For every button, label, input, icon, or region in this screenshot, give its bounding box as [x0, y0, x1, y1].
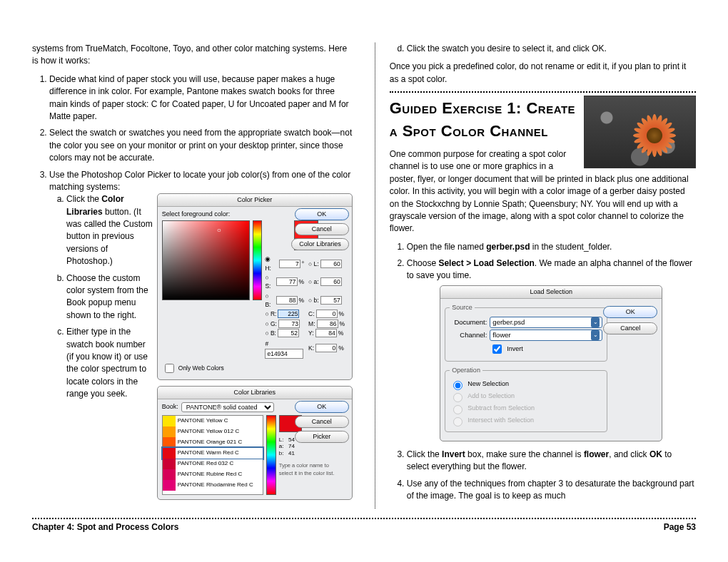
color-picker-figure: Color Picker Select foreground color: OK…	[157, 193, 353, 379]
sub-steps: Color Picker Select foreground color: OK…	[49, 193, 353, 400]
book-select[interactable]: PANTONE® solid coated	[181, 402, 274, 412]
Bv-input[interactable]	[278, 329, 299, 337]
gerber-daisy-image	[584, 96, 696, 168]
clib-cancel-button[interactable]: Cancel	[295, 416, 349, 428]
only-web-colors-label: Only Web Colors	[178, 364, 224, 372]
ex-step-4: Use any of the techniques from chapter 3…	[407, 478, 696, 503]
ex-step-2: Choose Select > Load Selection. We made …	[407, 257, 696, 441]
channel-label: Channel:	[450, 330, 487, 340]
pantone-name: PANTONE Warm Red C	[176, 449, 263, 457]
ex-step-1: Open the file named gerber.psd in the st…	[407, 241, 696, 253]
H-input[interactable]	[279, 260, 300, 268]
pantone-swatch	[163, 437, 176, 448]
load-selection-figure: Load Selection OK Cancel Source Document…	[440, 285, 662, 441]
channel-select[interactable]: flower⌄	[490, 329, 602, 341]
pantone-row[interactable]: PANTONE Red 032 C	[163, 459, 263, 469]
clib-hue-bar[interactable]	[266, 415, 276, 495]
clib-hint: Type a color name to select it in the co…	[279, 462, 336, 478]
radio-subtract	[453, 405, 462, 414]
radio-add-label: Add to Selection	[467, 392, 515, 401]
substep-a: Color Picker Select foreground color: OK…	[66, 193, 353, 267]
document-label: Document:	[450, 317, 487, 327]
pantone-swatch	[163, 469, 176, 480]
pantone-name: PANTONE Rhodamine Red C	[176, 481, 263, 489]
hue-slider[interactable]	[253, 220, 262, 300]
source-legend: Source	[450, 303, 475, 312]
pantone-name: PANTONE Yellow 012 C	[176, 427, 263, 436]
left-column: systems from TrueMatch, Focoltone, Toyo,…	[32, 43, 367, 509]
operation-fieldset: Operation New Selection Add to Selection…	[445, 366, 607, 432]
K-input[interactable]	[315, 344, 337, 352]
pantone-swatch	[163, 426, 176, 437]
daisy-flower-icon	[630, 111, 679, 160]
loadsel-ok-button[interactable]: OK	[603, 306, 657, 318]
pantone-row[interactable]: PANTONE Orange 021 C	[163, 437, 263, 448]
footer-page: Page 53	[664, 521, 696, 533]
pantone-list[interactable]: PANTONE Yellow CPANTONE Yellow 012 CPANT…	[162, 415, 263, 495]
pantone-swatch	[163, 448, 176, 459]
color-picker-title: Color Picker	[158, 194, 352, 207]
invert-checkbox[interactable]	[492, 344, 502, 354]
C-input[interactable]	[316, 310, 338, 318]
S-input[interactable]	[276, 277, 298, 286]
clib-picker-button[interactable]: Picker	[295, 431, 349, 443]
color-field[interactable]	[162, 220, 250, 300]
substep-d: Click the swatch you desire to select it…	[407, 43, 696, 55]
pantone-name: PANTONE Orange 021 C	[176, 438, 263, 446]
right-column: Click the swatch you desire to select it…	[383, 43, 696, 509]
pantone-row[interactable]: PANTONE Warm Red C	[163, 448, 263, 459]
B-input[interactable]	[276, 296, 298, 305]
section-divider	[390, 91, 696, 93]
loadsel-cancel-button[interactable]: Cancel	[603, 322, 657, 334]
pantone-name: PANTONE Red 032 C	[176, 459, 263, 468]
pantone-name: PANTONE Yellow C	[176, 417, 263, 425]
clib-title: Color Libraries	[158, 387, 352, 399]
step-1: Decide what kind of paper stock you will…	[49, 73, 353, 123]
document-select[interactable]: gerber.psd⌄	[490, 317, 602, 328]
pantone-name: PANTONE Rubine Red C	[176, 470, 263, 479]
exercise-steps: Open the file named gerber.psd in the st…	[390, 241, 696, 503]
sub-steps-continued: Click the swatch you desire to select it…	[390, 43, 696, 55]
radio-new[interactable]	[453, 381, 462, 390]
hex-input[interactable]	[265, 349, 303, 359]
intro-paragraph: systems from TrueMatch, Focoltone, Toyo,…	[32, 43, 353, 68]
M-input[interactable]	[317, 320, 338, 328]
step-2: Select the swatch or swatches you need f…	[49, 127, 353, 164]
G-input[interactable]	[278, 320, 300, 328]
picker-cancel-button[interactable]: Cancel	[295, 223, 349, 235]
picker-color-libraries-button[interactable]: Color Libraries	[291, 238, 349, 250]
R-input[interactable]	[278, 310, 299, 318]
invert-label: Invert	[507, 344, 523, 354]
footer-divider	[32, 518, 696, 519]
b2-input[interactable]	[320, 296, 342, 305]
radio-intersect	[453, 417, 462, 426]
post-note: Once you pick a predefined color, do not…	[390, 61, 696, 86]
pantone-row[interactable]: PANTONE Rhodamine Red C	[163, 480, 263, 491]
loadsel-title: Load Selection	[440, 286, 662, 299]
book-label: Book:	[162, 402, 178, 412]
main-steps: Decide what kind of paper stock you will…	[32, 73, 353, 503]
picker-ok-button[interactable]: OK	[295, 208, 349, 220]
radio-new-label: New Selection	[467, 379, 509, 389]
color-libraries-figure: Color Libraries OK Cancel Picker Book: P…	[157, 386, 353, 500]
only-web-colors-checkbox[interactable]	[165, 364, 174, 373]
operation-legend: Operation	[450, 366, 482, 375]
Y-input[interactable]	[315, 329, 337, 337]
step-3: Use the Photoshop Color Picker to locate…	[49, 169, 353, 503]
ex-step-3: Click the Invert box, make sure the chan…	[407, 449, 696, 474]
radio-subtract-label: Subtract from Selection	[467, 404, 535, 413]
column-separator	[374, 43, 375, 509]
clib-ok-button[interactable]: OK	[295, 401, 349, 413]
L-input[interactable]	[320, 260, 342, 268]
footer-chapter: Chapter 4: Spot and Process Colors	[32, 521, 178, 533]
pantone-swatch	[163, 480, 176, 491]
radio-intersect-label: Intersect with Selection	[467, 416, 534, 425]
pantone-swatch	[163, 459, 176, 469]
source-fieldset: Source Document: gerber.psd⌄ Channel: fl…	[445, 303, 607, 362]
a-input[interactable]	[320, 277, 342, 286]
pantone-row[interactable]: PANTONE Rubine Red C	[163, 469, 263, 480]
pantone-row[interactable]: PANTONE Yellow 012 C	[163, 426, 263, 437]
pantone-swatch	[163, 416, 176, 426]
pantone-row[interactable]: PANTONE Yellow C	[163, 416, 263, 426]
radio-add	[453, 393, 462, 402]
